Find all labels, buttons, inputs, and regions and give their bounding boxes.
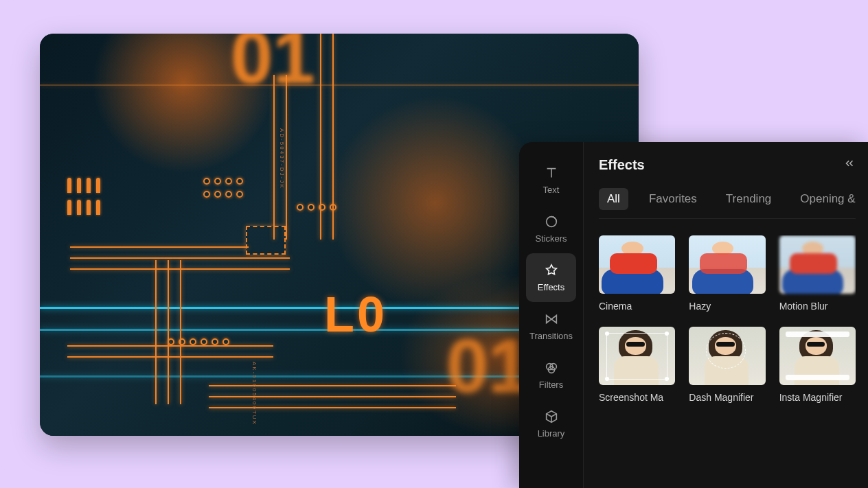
preview-nodes: [297, 201, 341, 208]
effect-label: Insta Magnifier: [779, 392, 856, 403]
preview-nodes: [203, 188, 247, 195]
sidebar-item-label: Effects: [538, 282, 565, 292]
transitions-icon: [544, 312, 559, 327]
tab-opening[interactable]: Opening &: [792, 188, 863, 210]
effects-panel: Text Stickers Effects Transitions Filter…: [519, 142, 868, 488]
sidebar-item-label: Library: [538, 428, 565, 439]
effect-label: Screenshot Ma: [599, 392, 675, 403]
tab-favorites[interactable]: Favorites: [641, 188, 705, 210]
preview-trace: [67, 356, 273, 358]
panel-content: Effects All Favorites Trending Opening &…: [584, 142, 868, 488]
tab-all[interactable]: All: [599, 188, 628, 210]
sidebar-item-label: Text: [543, 185, 560, 195]
effect-thumbnail: [599, 235, 675, 294]
text-icon: [544, 165, 559, 181]
preview-digit: 01: [446, 322, 530, 409]
preview-trace: [180, 260, 181, 404]
tab-trending[interactable]: Trending: [718, 188, 779, 210]
effect-thumbnail: [599, 327, 675, 385]
effect-card-cinema[interactable]: Cinema: [599, 235, 675, 312]
preview-digit: 01: [231, 34, 315, 100]
effect-card-dash-magnifier[interactable]: Dash Magnifier: [689, 327, 765, 403]
panel-header: Effects: [599, 157, 856, 173]
effect-thumbnail: [689, 327, 765, 385]
effect-label: Cinema: [599, 301, 675, 312]
effect-thumbnail: [779, 327, 856, 385]
effects-icon: [544, 263, 559, 278]
preview-trace: [70, 257, 290, 259]
effect-label: Motion Blur: [779, 301, 856, 312]
effect-label: Dash Magnifier: [689, 392, 765, 403]
sidebar-item-filters[interactable]: Filters: [526, 351, 576, 399]
preview-nodes: [67, 200, 106, 215]
effect-thumbnail: [689, 235, 765, 294]
preview-chip: [246, 226, 286, 255]
sidebar-item-transitions[interactable]: Transitions: [526, 302, 576, 351]
effect-card-motion-blur[interactable]: Motion Blur: [779, 235, 856, 312]
effect-thumbnail: [779, 235, 856, 294]
preview-digit: L0: [324, 286, 387, 342]
preview-nodes: [67, 178, 106, 193]
category-tabs: All Favorites Trending Opening &: [599, 188, 856, 219]
effect-label: Hazy: [689, 301, 765, 312]
preview-nodes: [203, 175, 247, 182]
preview-trace: [40, 84, 639, 86]
sidebar-item-library[interactable]: Library: [526, 399, 576, 448]
sidebar-item-label: Filters: [539, 380, 563, 390]
preview-trace: [155, 260, 157, 404]
panel-sidebar: Text Stickers Effects Transitions Filter…: [519, 142, 584, 488]
preview-nodes: [168, 336, 233, 342]
library-icon: [544, 409, 559, 424]
sidebar-item-effects[interactable]: Effects: [526, 253, 576, 302]
preview-code-label: AK-51005400TUX: [251, 362, 258, 426]
sidebar-item-label: Stickers: [535, 233, 567, 244]
effect-card-hazy[interactable]: Hazy: [689, 235, 765, 312]
sidebar-item-text[interactable]: Text: [526, 156, 576, 205]
effects-grid: Cinema Hazy Motion Blur Screenshot Ma: [599, 235, 856, 403]
sidebar-item-stickers[interactable]: Stickers: [526, 205, 576, 253]
preview-trace: [209, 385, 456, 386]
preview-trace: [70, 246, 249, 248]
preview-trace: [209, 407, 456, 408]
filters-icon: [544, 360, 559, 375]
preview-trace: [168, 260, 169, 404]
panel-title: Effects: [599, 157, 645, 173]
preview-code-label: AD-58437-DJ-JK: [279, 128, 285, 189]
sidebar-item-label: Transitions: [529, 331, 573, 341]
effect-card-insta-magnifier[interactable]: Insta Magnifier: [779, 327, 856, 403]
stickers-icon: [544, 214, 559, 229]
chevrons-left-icon: [843, 157, 856, 170]
preview-trace: [209, 396, 456, 397]
effect-card-screenshot-magnifier[interactable]: Screenshot Ma: [599, 327, 675, 403]
collapse-button[interactable]: [843, 157, 856, 173]
preview-trace: [67, 345, 273, 347]
